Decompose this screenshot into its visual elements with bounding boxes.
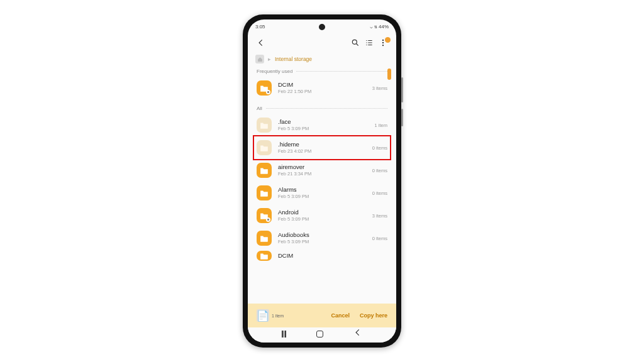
item-count: 0 items — [372, 190, 387, 196]
nav-recents-button[interactable] — [282, 331, 286, 337]
item-date: Feb 5 3:09 PM — [278, 239, 372, 244]
item-name: .hideme — [278, 141, 372, 148]
clipboard-thumb[interactable]: 📄 — [257, 309, 269, 322]
folder-icon — [257, 231, 272, 246]
folder-icon — [257, 140, 272, 155]
search-button[interactable] — [348, 38, 362, 47]
item-date: Feb 5 3:09 PM — [278, 126, 375, 131]
item-name: Android — [278, 209, 372, 216]
list-item[interactable]: Android Feb 5 3:09 PM 3 items — [248, 204, 396, 227]
item-date: Feb 21 3:34 PM — [278, 171, 372, 177]
item-name: DCIM — [278, 253, 387, 259]
phone-frame: 3:05 ⌵ ⇅ 44% — [243, 14, 401, 348]
home-icon[interactable] — [255, 55, 264, 63]
list-item[interactable]: Audiobooks Feb 5 3:09 PM 0 items — [248, 227, 396, 250]
item-count: 3 items — [372, 213, 387, 219]
list-item[interactable]: DCIM Feb 22 1:50 PM 3 items — [248, 77, 396, 99]
status-battery: 44% — [379, 24, 389, 30]
item-count: 0 items — [372, 236, 387, 241]
folder-icon — [257, 163, 272, 178]
cancel-button[interactable]: Cancel — [331, 312, 350, 319]
back-button[interactable] — [254, 38, 268, 47]
item-date: Feb 22 1:50 PM — [278, 89, 372, 94]
folder-icon — [257, 118, 272, 133]
item-count: 0 items — [372, 145, 387, 151]
list-view-button[interactable] — [362, 38, 376, 47]
copy-here-button[interactable]: Copy here — [360, 312, 387, 319]
item-date: Feb 5 3:09 PM — [278, 216, 372, 222]
folder-icon — [257, 208, 272, 223]
item-name: .face — [278, 119, 375, 125]
item-count: 1 item — [375, 123, 387, 128]
nav-back-button[interactable] — [353, 328, 362, 339]
settings-badge-icon — [266, 217, 270, 222]
clipboard-count: 1 item — [272, 314, 284, 318]
svg-point-2 — [382, 42, 384, 43]
chevron-left-icon — [257, 38, 265, 47]
breadcrumb-current[interactable]: Internal storage — [275, 56, 312, 62]
folder-icon — [257, 80, 272, 96]
screen: 3:05 ⌵ ⇅ 44% — [248, 19, 396, 343]
list-item[interactable]: DCIM — [248, 250, 396, 261]
media-badge-icon — [266, 90, 270, 94]
search-icon — [351, 38, 360, 47]
status-icons: ⌵ ⇅ — [370, 24, 377, 30]
status-right: ⌵ ⇅ 44% — [370, 24, 389, 30]
item-name: DCIM — [278, 82, 372, 88]
svg-point-1 — [382, 40, 384, 41]
volume-button — [401, 77, 403, 102]
item-count: 0 items — [372, 168, 387, 173]
item-date: Feb 5 3:09 PM — [278, 194, 372, 199]
notification-badge — [385, 37, 391, 43]
nav-home-button[interactable] — [316, 331, 323, 337]
status-time: 3:05 — [255, 24, 265, 30]
item-name: Audiobooks — [278, 232, 372, 238]
clipboard-bar: 📄 1 item Cancel Copy here — [248, 304, 396, 327]
section-all: All — [248, 106, 396, 114]
list-item[interactable]: Alarms Feb 5 3:09 PM 0 items — [248, 182, 396, 204]
front-camera — [319, 24, 325, 30]
list-item[interactable]: airemover Feb 21 3:34 PM 0 items — [248, 159, 396, 182]
navigation-bar — [248, 327, 396, 343]
list-item[interactable]: .face Feb 5 3:09 PM 1 item — [248, 114, 396, 136]
folder-icon — [257, 251, 272, 261]
list-item[interactable]: .hideme Feb 23 4:02 PM 0 items — [248, 136, 396, 159]
power-button — [401, 109, 403, 126]
breadcrumb[interactable]: ▸ Internal storage — [248, 52, 396, 69]
folder-icon — [257, 185, 272, 200]
more-button[interactable] — [376, 38, 390, 47]
app-toolbar — [248, 33, 396, 52]
item-name: airemover — [278, 164, 372, 170]
file-list[interactable]: Frequently used DCIM Feb 22 1:50 PM 3 it… — [248, 69, 396, 304]
item-date: Feb 23 4:02 PM — [278, 148, 372, 154]
item-name: Alarms — [278, 187, 372, 193]
svg-point-0 — [352, 40, 357, 44]
svg-point-3 — [382, 45, 384, 46]
list-icon — [365, 38, 374, 47]
section-frequent: Frequently used — [248, 69, 396, 77]
chevron-right-icon: ▸ — [268, 56, 271, 62]
item-count: 3 items — [372, 85, 387, 91]
